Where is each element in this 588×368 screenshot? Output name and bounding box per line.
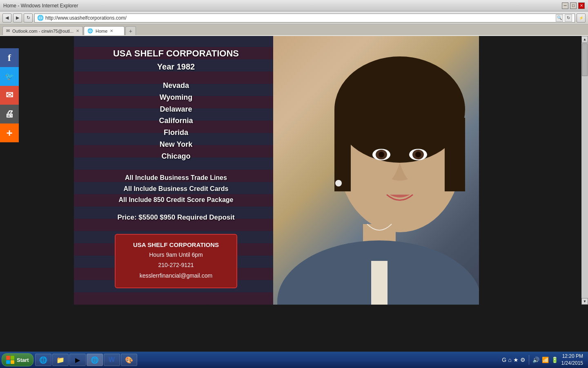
tray-battery-icon[interactable]: 🔋 (551, 357, 558, 363)
tab-home[interactable]: 🌐 Home ✕ (84, 26, 125, 35)
state-california: California (159, 115, 193, 127)
twitter-icon: 🐦 (5, 72, 14, 81)
tabs-bar: ✉ Outlook.com - cirwin75@outl... ✕ 🌐 Hom… (0, 25, 588, 35)
tab-outlook-close[interactable]: ✕ (76, 29, 79, 33)
scroll-up-button[interactable]: ▲ (581, 36, 588, 43)
clock-date: 1/24/2015 (561, 360, 583, 367)
main-content-area: USA SHELF CORPORATIONS Year 1982 Nevada … (74, 36, 486, 305)
logo-yellow (11, 360, 15, 364)
window-controls: ─ □ ✕ (562, 2, 585, 9)
scroll-down-button[interactable]: ▼ (581, 298, 588, 305)
svg-point-11 (379, 152, 384, 157)
add-button[interactable]: + (0, 123, 19, 142)
refresh-small-button[interactable]: ↻ (565, 14, 572, 22)
taskbar-paint[interactable]: 🎨 (121, 354, 137, 366)
state-delaware: Delaware (160, 103, 192, 115)
contact-company-name: USA SHELF CORPORATIONS (125, 241, 227, 248)
compatibility-button[interactable]: ⚡ (577, 13, 586, 22)
text-content: USA SHELF CORPORATIONS Year 1982 Nevada … (74, 36, 278, 305)
tab-home-label: Home (96, 29, 107, 34)
taskbar-paint-icon: 🎨 (125, 356, 133, 364)
scroll-thumb[interactable] (582, 43, 588, 76)
state-chicago: Chicago (161, 150, 190, 162)
contact-phone: 210-272-9121 (125, 260, 227, 270)
tab-home-close[interactable]: ✕ (110, 29, 113, 33)
go-button[interactable]: 🔍 (556, 14, 563, 22)
logo-green (11, 356, 15, 360)
tab-outlook-label: Outlook.com - cirwin75@outl... (12, 29, 74, 34)
tray-separator (529, 355, 529, 365)
svg-point-12 (415, 152, 421, 157)
feature-tradelines: All Include Business Trade Lines (125, 172, 227, 183)
address-bar: 🌐 🔍 ↻ (34, 13, 575, 22)
social-sidebar: f 🐦 ✉ 🖨 + (0, 48, 19, 142)
contact-hours: Hours 9am Until 6pm (125, 250, 227, 260)
minimize-button[interactable]: ─ (562, 2, 568, 9)
taskbar-ie[interactable]: 🌐 (35, 354, 51, 366)
taskbar-ie2-icon: 🌐 (91, 356, 99, 364)
clock: 12:20 PM 1/24/2015 (561, 353, 583, 367)
tray-volume-icon[interactable]: 🔊 (532, 357, 539, 363)
right-outer-panel (486, 36, 588, 305)
svg-rect-5 (334, 110, 351, 191)
facebook-icon: f (8, 52, 11, 63)
forward-button[interactable]: ▶ (13, 13, 22, 22)
email-button[interactable]: ✉ (0, 86, 19, 105)
state-list: Nevada Wyoming Delaware California Flori… (159, 80, 193, 162)
contact-email: kesslerrfinancial@gmail.com (125, 271, 227, 281)
taskbar-items: 🌐 📁 ▶ 🌐 W 🎨 (35, 354, 499, 366)
clock-time: 12:20 PM (561, 353, 583, 360)
main-title: USA SHELF CORPORATIONS (113, 48, 239, 59)
state-newyork: New York (160, 139, 192, 150)
taskbar-ie-icon: 🌐 (39, 356, 47, 364)
print-social-button[interactable]: 🖨 (0, 105, 19, 123)
state-florida: Florida (164, 127, 188, 139)
tray-star-icon: ★ (513, 357, 519, 363)
twitter-button[interactable]: 🐦 (0, 67, 19, 86)
start-button[interactable]: Start (2, 353, 33, 366)
taskbar-word[interactable]: W (104, 354, 120, 366)
logo-red (6, 356, 10, 360)
close-button[interactable]: ✕ (578, 2, 585, 9)
taskbar-word-icon: W (109, 356, 115, 364)
price-text: Price: $5500 $950 Required Deposit (117, 213, 234, 222)
nav-bar: ◀ ▶ ↻ 🌐 🔍 ↻ ⚡ (0, 11, 588, 25)
back-button[interactable]: ◀ (2, 13, 11, 22)
new-tab-button[interactable]: + (125, 26, 136, 35)
tray-network-icon[interactable]: 📶 (542, 357, 549, 363)
window-title: Home - Windows Internet Explorer (3, 3, 78, 9)
contact-box: USA SHELF CORPORATIONS Hours 9am Until 6… (115, 234, 237, 288)
maximize-button[interactable]: □ (570, 2, 577, 9)
address-input[interactable] (45, 15, 554, 21)
feature-list: All Include Business Trade Lines All Inc… (118, 172, 233, 206)
tray-icons: G ⌂ ★ ⚙ (502, 357, 525, 363)
taskbar-media-icon: ▶ (75, 356, 80, 364)
scrollbar: ▲ ▼ (581, 36, 588, 305)
woman-photo (273, 36, 486, 305)
year-text: Year 1982 (157, 62, 195, 72)
tray-home-icon: ⌂ (508, 357, 511, 363)
start-label: Start (17, 357, 29, 363)
refresh-button[interactable]: ↻ (24, 13, 33, 22)
tab-outlook-icon: ✉ (6, 28, 10, 34)
svg-point-13 (335, 180, 342, 186)
facebook-button[interactable]: f (0, 48, 19, 67)
system-tray: G ⌂ ★ ⚙ 🔊 📶 🔋 12:20 PM 1/24/2015 (499, 353, 586, 367)
taskbar-folder[interactable]: 📁 (52, 354, 69, 366)
email-icon: ✉ (6, 90, 13, 101)
print-social-icon: 🖨 (5, 109, 14, 119)
state-wyoming: Wyoming (160, 92, 193, 103)
taskbar-ie2[interactable]: 🌐 (87, 354, 103, 366)
tab-home-icon: 🌐 (87, 28, 93, 34)
windows-logo (6, 356, 14, 364)
add-icon: + (6, 127, 12, 139)
logo-blue (6, 360, 10, 364)
title-bar: Home - Windows Internet Explorer ─ □ ✕ (0, 0, 588, 11)
right-panel (479, 36, 486, 305)
svg-rect-15 (371, 261, 388, 305)
taskbar-media[interactable]: ▶ (69, 354, 86, 366)
feature-creditscore: All Include 850 Credit Score Package (118, 194, 233, 205)
state-nevada: Nevada (163, 80, 189, 92)
tab-outlook[interactable]: ✉ Outlook.com - cirwin75@outl... ✕ (2, 26, 83, 35)
taskbar: Start 🌐 📁 ▶ 🌐 W 🎨 G ⌂ (0, 352, 588, 368)
